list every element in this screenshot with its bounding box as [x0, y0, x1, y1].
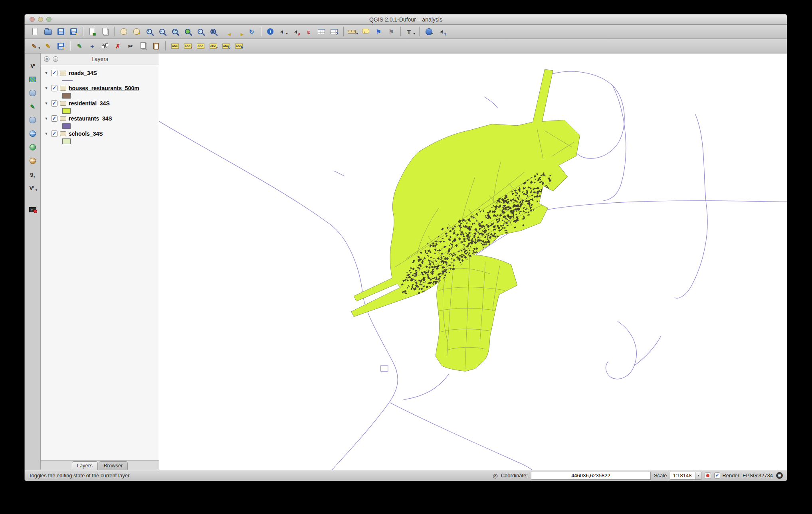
- zoom-full-extent-button[interactable]: [182, 26, 194, 37]
- panel-tab-layers[interactable]: Layers: [72, 461, 98, 470]
- layer-item-residential_34S[interactable]: ▼✓residential_34S: [43, 99, 159, 108]
- window-titlebar[interactable]: QGIS 2.0.1-Dufour – analysis: [25, 14, 787, 25]
- zoom-out-button[interactable]: −: [156, 26, 168, 37]
- vector-layer-tools-button[interactable]: ▾: [27, 182, 39, 194]
- add-raster-layer-button[interactable]: [27, 74, 39, 85]
- current-edits-button[interactable]: ✎▾: [29, 40, 41, 51]
- layer-type-icon: [60, 101, 66, 106]
- delete-selected-button[interactable]: ✗: [112, 40, 124, 51]
- save-project-as-button[interactable]: ✎: [67, 26, 79, 37]
- measure-line-button[interactable]: ▾: [347, 26, 359, 37]
- layer-item-schools_34S[interactable]: ▼✓schools_34S: [43, 129, 159, 138]
- expand-arrow-icon[interactable]: ▼: [44, 86, 49, 90]
- zoom-in-button[interactable]: +: [143, 26, 155, 37]
- window-close-button[interactable]: [30, 17, 35, 22]
- move-feature-button[interactable]: +: [86, 40, 98, 51]
- panel-tab-browser[interactable]: Browser: [99, 461, 128, 470]
- select-by-expression-button[interactable]: ε: [303, 26, 315, 37]
- new-bookmark-button[interactable]: ⚑: [372, 26, 384, 37]
- open-project-button[interactable]: [42, 26, 54, 37]
- zoom-last-button[interactable]: ◀: [220, 26, 232, 37]
- road-path: [634, 336, 661, 366]
- layer-item-roads_34S[interactable]: ▼✓roads_34S: [43, 68, 159, 77]
- chevron-down-icon[interactable]: ▾: [695, 472, 701, 479]
- save-project-button[interactable]: [55, 26, 67, 37]
- zoom-next-button[interactable]: ▶: [233, 26, 245, 37]
- add-wcs-layer-button[interactable]: [27, 142, 39, 153]
- text-annotation-button[interactable]: T▾: [404, 26, 416, 37]
- window-zoom-button[interactable]: [46, 17, 51, 22]
- new-shapefile-layer-button[interactable]: ✎: [27, 101, 39, 112]
- deselect-features-button[interactable]: ✗: [290, 26, 302, 37]
- window-minimize-button[interactable]: [38, 17, 43, 22]
- copy-features-button[interactable]: [137, 40, 149, 51]
- stop-render-icon[interactable]: [705, 472, 711, 479]
- add-delimited-text-layer-button[interactable]: 9,: [27, 169, 39, 180]
- composer-manager-button[interactable]: [99, 26, 111, 37]
- open-project-icon: [44, 30, 52, 35]
- expand-arrow-icon[interactable]: ▼: [44, 132, 49, 136]
- python-console-button[interactable]: [27, 204, 39, 215]
- select-features-button[interactable]: ▾: [277, 26, 289, 37]
- save-layer-edits-button[interactable]: ✎: [55, 40, 67, 51]
- refresh-map-button[interactable]: ↻: [246, 26, 257, 37]
- render-checkbox[interactable]: ✓: [714, 472, 720, 478]
- rotate-label-icon: ↻: [222, 43, 230, 49]
- python-console-icon: [29, 207, 36, 212]
- layer-visibility-checkbox[interactable]: ✓: [51, 115, 57, 122]
- expand-arrow-icon[interactable]: ▼: [44, 101, 49, 105]
- measure-line-icon: [348, 30, 356, 34]
- scale-combobox[interactable]: 1:18148 ▾: [670, 472, 701, 480]
- save-project-icon: [57, 28, 64, 35]
- layer-visibility-checkbox[interactable]: ✓: [51, 100, 57, 107]
- add-spatialite-layer-button[interactable]: [27, 115, 39, 126]
- layer-labeling-options-button[interactable]: [169, 40, 181, 51]
- add-wms-layer-button[interactable]: [27, 128, 39, 139]
- layer-name: restaurants_34S: [69, 115, 112, 122]
- toolbar-separator: [261, 27, 261, 36]
- add-feature-icon: ✎: [75, 42, 83, 50]
- change-label-button[interactable]: ✎: [233, 40, 245, 51]
- layer-name: houses_restaurants_500m: [69, 85, 139, 91]
- help-contents-button[interactable]: ?: [423, 26, 435, 37]
- pin-labels-button[interactable]: ▪: [182, 40, 194, 51]
- show-bookmarks-button[interactable]: ⚑: [385, 26, 397, 37]
- zoom-native-button[interactable]: 1:1: [169, 26, 181, 37]
- toggle-editing-button[interactable]: ✎: [42, 40, 54, 51]
- highlight-labels-button[interactable]: ▪: [194, 40, 206, 51]
- layer-item-houses_restaurants_500m[interactable]: ▼✓houses_restaurants_500m: [43, 83, 159, 93]
- field-calculator-button[interactable]: ∑: [328, 26, 340, 37]
- add-postgis-layer-button[interactable]: [27, 87, 39, 99]
- identify-features-button[interactable]: [264, 26, 276, 37]
- node-tool-button[interactable]: [99, 40, 111, 51]
- layer-visibility-checkbox[interactable]: ✓: [51, 85, 57, 91]
- rotate-label-button[interactable]: ↻: [220, 40, 232, 51]
- mouse-position-icon[interactable]: ◎: [493, 472, 498, 479]
- add-feature-button[interactable]: ✎: [73, 40, 85, 51]
- layer-type-icon: [60, 86, 66, 91]
- layer-visibility-checkbox[interactable]: ✓: [51, 130, 57, 137]
- map-view: [159, 53, 787, 470]
- expand-arrow-icon[interactable]: ▼: [44, 117, 49, 121]
- paste-features-button[interactable]: [150, 40, 162, 51]
- add-vector-layer-button[interactable]: [27, 60, 39, 71]
- whats-this-button[interactable]: ?: [436, 26, 448, 37]
- open-attribute-table-button[interactable]: [315, 26, 327, 37]
- coordinate-input[interactable]: [531, 472, 651, 480]
- layer-item-restaurants_34S[interactable]: ▼✓restaurants_34S: [43, 114, 159, 123]
- zoom-to-selection-button[interactable]: ▪: [194, 26, 206, 37]
- zoom-to-layer-button[interactable]: ▤: [207, 26, 219, 37]
- pan-to-selection-button[interactable]: ✦: [131, 26, 143, 37]
- layer-visibility-checkbox[interactable]: ✓: [51, 70, 57, 76]
- move-label-button[interactable]: +: [207, 40, 219, 51]
- new-project-button[interactable]: [29, 26, 41, 37]
- toolbar-separator: [343, 27, 344, 36]
- add-wfs-layer-button[interactable]: [27, 155, 39, 166]
- map-canvas[interactable]: [159, 53, 787, 470]
- map-tips-button[interactable]: [360, 26, 372, 37]
- expand-arrow-icon[interactable]: ▼: [44, 71, 49, 75]
- pan-map-button[interactable]: [118, 26, 130, 37]
- new-print-composer-button[interactable]: ▦: [86, 26, 98, 37]
- crs-status-icon[interactable]: ⊕: [776, 472, 783, 479]
- cut-features-button[interactable]: ✂: [125, 40, 137, 51]
